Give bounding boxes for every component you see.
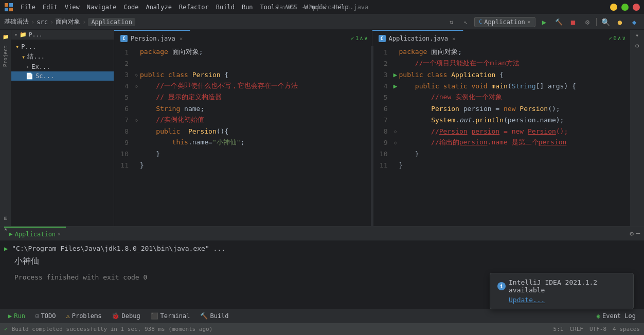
cursor-icon[interactable]: ↖	[460, 16, 471, 28]
run-button[interactable]: ▶	[539, 16, 550, 28]
gutter-diamond-7: ◇	[135, 117, 138, 123]
stop-button[interactable]: ■	[567, 16, 579, 28]
check-arrow-down: ∨	[364, 35, 368, 42]
problems-action-btn[interactable]: ⚠ Problems	[62, 311, 105, 321]
menu-view[interactable]: View	[62, 3, 83, 12]
user-button[interactable]: ●	[614, 16, 625, 28]
tree-scratches-label: Sc...	[35, 72, 54, 80]
left-check-indicator: ✓ 1 ∧ ∨	[351, 30, 372, 46]
window-minimize[interactable]	[610, 4, 617, 11]
tab-persion[interactable]: C Persion.java ×	[114, 30, 190, 46]
settings-user-button[interactable]: ◆	[629, 16, 640, 28]
sidebar-project-label[interactable]: Project	[2, 44, 9, 68]
tree-root-label: P...	[21, 43, 36, 50]
breadcrumb-4[interactable]: Application	[88, 18, 135, 26]
menu-navigate[interactable]: Navigate	[84, 3, 120, 12]
sidebar-project-icon[interactable]: 📁	[1, 32, 10, 41]
breadcrumb-1[interactable]: 基础语法	[4, 17, 29, 26]
window-close[interactable]	[633, 4, 640, 11]
panel-settings-icon[interactable]: ⚙	[630, 230, 634, 237]
right-check-count: 6	[613, 35, 617, 42]
application-tab-icon: C	[379, 35, 386, 42]
r-gutter-8: ◇	[392, 128, 399, 134]
run-action-btn[interactable]: ▶ Run	[4, 311, 29, 321]
menu-analyze[interactable]: Analyze	[142, 3, 175, 12]
menu-build[interactable]: Build	[213, 3, 238, 12]
terminal-label: Terminal	[160, 312, 190, 320]
left-editor: 1 package 面向对象; 2	[114, 46, 371, 226]
line-separator[interactable]: CRLF	[569, 326, 583, 332]
ln-11: 11	[114, 161, 133, 169]
menu-refactor[interactable]: Refactor	[176, 3, 212, 12]
run-tab[interactable]: ▶ Application ×	[4, 227, 66, 240]
debug-label: Debug	[121, 312, 140, 320]
ln-9: 9	[114, 139, 133, 146]
persion-tab-close[interactable]: ×	[178, 35, 184, 42]
terminal-action-btn[interactable]: ⬛ Terminal	[147, 311, 194, 321]
application-tab-label: Application.java	[389, 35, 449, 42]
run-controls: ⇅ ↖ C Application ▾ ▶ 🔨 ■ ⚙ 🔍 ● ◆	[445, 16, 640, 28]
tree-external[interactable]: › Ex...	[11, 62, 114, 71]
application-tab-close[interactable]: ×	[451, 35, 457, 42]
check-icon: ✓	[351, 35, 354, 42]
run-tab-close[interactable]: ×	[58, 231, 61, 237]
right-check-arrow-down: ∨	[622, 35, 625, 42]
menu-run[interactable]: Run	[239, 3, 256, 12]
code-1: package 面向对象;	[140, 47, 371, 57]
vcs-icon[interactable]: ⇅	[445, 16, 457, 28]
build-button[interactable]: 🔨	[553, 16, 564, 28]
r-code-10: }	[399, 150, 630, 158]
breadcrumb-3[interactable]: 面向对象	[56, 17, 80, 26]
debug-action-btn[interactable]: 🐞 Debug	[108, 311, 144, 321]
r-code-line-6: 6 Persion persion = new Persion();	[373, 103, 630, 114]
cursor-position[interactable]: 5:1	[553, 326, 564, 332]
breadcrumb-2[interactable]: src	[37, 18, 48, 26]
left-code-area[interactable]: 1 package 面向对象; 2	[114, 46, 371, 226]
tree-src[interactable]: ▾ 结...	[11, 51, 114, 62]
tree-root-icon: ▾	[15, 43, 19, 50]
project-collapse-icon[interactable]: ▾	[14, 32, 17, 38]
ln-3: 3	[114, 71, 133, 79]
left-code-scroll: 1 package 面向对象; 2	[114, 46, 371, 226]
todo-action-btn[interactable]: ☑ TODO	[31, 311, 60, 321]
tree-external-label: Ex...	[31, 63, 50, 70]
tree-root[interactable]: ▾ P...	[11, 42, 114, 51]
coverage-button[interactable]: ⚙	[582, 16, 593, 28]
code-line-4a: 4 ◇ //一个类即使什么也不写，它也会存在一个方法	[114, 80, 371, 91]
build-action-btn[interactable]: 🔨 Build	[196, 311, 232, 321]
menu-code[interactable]: Code	[121, 3, 142, 12]
gutter-3: ◇	[133, 72, 140, 78]
tab-application[interactable]: C Application.java ×	[372, 30, 463, 46]
panel-close-icon[interactable]: ─	[636, 230, 640, 237]
code-7: //实例化初始值	[140, 115, 371, 124]
project-panel-header: ▾ 📁 P...	[11, 30, 114, 40]
code-line-10: 10 }	[114, 148, 371, 159]
r-code-7: System.out.println(persion.name);	[399, 116, 630, 124]
menu-edit[interactable]: Edit	[40, 3, 61, 12]
menu-file[interactable]: File	[17, 3, 39, 12]
ln-2: 2	[114, 60, 133, 67]
code-line-6: 6 String name;	[114, 103, 371, 114]
right-sidebar-icon-1[interactable]: ▾	[635, 32, 639, 39]
ln-7: 7	[114, 116, 133, 124]
right-check-arrow-up: ∧	[618, 35, 621, 42]
event-log-btn[interactable]: ◉ Event Log	[593, 311, 640, 321]
left-tab-space	[190, 30, 351, 46]
r-code-5: //new 实例化一个对象	[399, 92, 630, 102]
search-button[interactable]: 🔍	[600, 16, 611, 28]
right-sidebar-icon-2[interactable]: ⚙	[635, 42, 639, 49]
run-config-dropdown[interactable]: C Application ▾	[474, 17, 535, 27]
left-sidebar: 📁 Project	[0, 30, 11, 226]
file-encoding[interactable]: UTF-8	[589, 326, 606, 332]
r-ln-4: 4	[373, 82, 392, 90]
tree-scratches[interactable]: 📄 Sc...	[11, 71, 114, 81]
problems-label: Problems	[72, 312, 102, 320]
right-check-indicator: ✓ 6 ∧ ∨	[609, 30, 630, 46]
run-config-label: Application	[484, 18, 525, 26]
window-maximize[interactable]	[621, 4, 629, 11]
update-link[interactable]: Update...	[497, 296, 626, 304]
panel-tab-bar: ▶ Application × ⚙ ─	[0, 227, 644, 241]
build-icon: 🔨	[200, 312, 208, 320]
right-code-area[interactable]: 1 package 面向对象; 2 //一个项目只能处在一个mian方法	[373, 46, 630, 226]
indent-style[interactable]: 4 spaces	[613, 326, 640, 332]
